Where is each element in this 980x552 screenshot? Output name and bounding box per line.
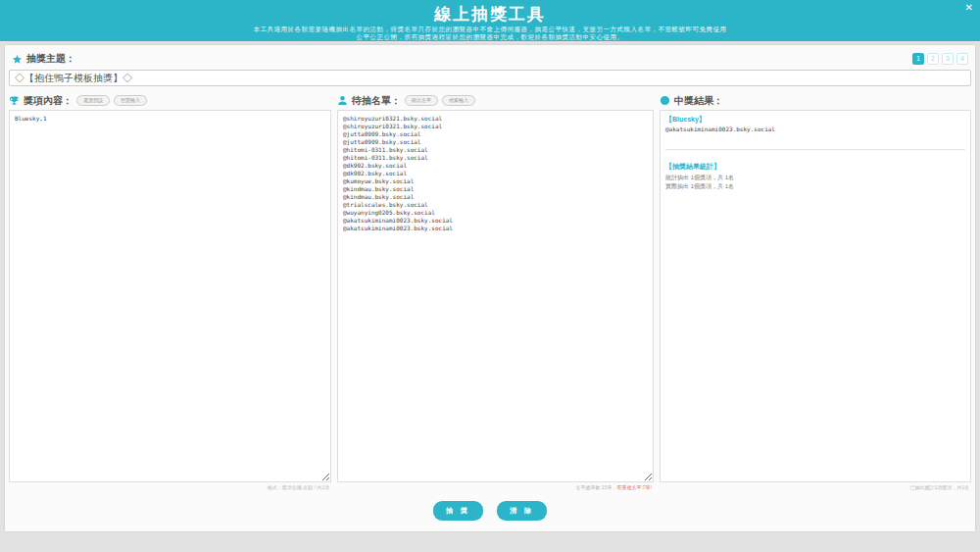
pool-header: 待抽名單： 顯示名單 檔案輸入 [337, 93, 654, 108]
prizes-column: 獎項內容： 還原預設 智慧輸入 Bluesky,1 格式：獎項名稱,名額 / 共… [9, 93, 331, 492]
theme-tabs: 1 2 3 4 [912, 53, 968, 65]
prizes-status: 格式：獎項名稱,名額 / 共1項 [9, 482, 331, 492]
result-winner: @akatsukiminami0023.bsky.social [665, 125, 965, 133]
info-icon [660, 95, 670, 106]
results-box: 【Bluesky】 @akatsukiminami0023.bsky.socia… [660, 110, 971, 482]
results-summary-line-1: 統計抽出 1個獎項，共 1名 [665, 174, 965, 182]
pool-label: 待抽名單： [352, 94, 401, 108]
clear-button[interactable]: 清 除 [497, 501, 547, 521]
page-title: 線上抽獎工具 [0, 0, 980, 25]
theme-label-group: 抽獎主題： [12, 52, 75, 66]
app-header: 線上抽獎工具 本工具適用於各類需要隨機抽出名單的活動，得獎名單只存於您的瀏覽器中… [0, 0, 980, 41]
star-icon [12, 54, 23, 65]
theme-input[interactable] [9, 70, 971, 86]
theme-row: 抽獎主題： 1 2 3 4 [9, 52, 971, 70]
prizes-reset-button[interactable]: 還原預設 [76, 95, 110, 106]
tab-theme-3[interactable]: 3 [942, 53, 954, 65]
prizes-header: 獎項內容： 還原預設 智慧輸入 [9, 93, 331, 108]
results-status: 已抽出總計1項獎項，共1名 [660, 482, 971, 492]
results-divider [665, 149, 965, 150]
theme-label: 抽獎主題： [26, 52, 75, 66]
results-summary-line-2: 實際抽出 1個獎項，共 1名 [665, 182, 965, 191]
close-icon[interactable]: ✕ [965, 3, 973, 13]
results-label: 中獎結果： [674, 94, 723, 108]
header-description-line1: 本工具適用於各類需要隨機抽出名單的活動，得獎名單只存於您的瀏覽器中不會上傳伺服器… [0, 25, 980, 33]
pool-show-list-button[interactable]: 顯示名單 [405, 95, 438, 106]
person-icon [337, 95, 348, 106]
pool-status: 名單總筆數:15筆，有重複名單:7筆! [337, 482, 654, 492]
result-prize-title: 【Bluesky】 [665, 115, 965, 125]
pool-status-duplicates: 有重複名單:7筆! [616, 484, 652, 490]
pool-column: 待抽名單： 顯示名單 檔案輸入 @shiroyuzuri0321.bsky.so… [337, 93, 654, 492]
trophy-icon [9, 95, 20, 106]
main-panel: 抽獎主題： 1 2 3 4 獎項內容： 還原預設 智慧輸入 Bluesky,1 … [5, 45, 975, 531]
header-description-line2: 公平公正公開，所有抽獎過程皆於您的瀏覽器中完成，歡迎於各類抽獎活動中安心使用。 [0, 33, 980, 41]
prizes-smart-input-button[interactable]: 智慧輸入 [114, 95, 147, 106]
prizes-textarea[interactable]: Bluesky,1 [9, 110, 331, 482]
results-summary-title: 【抽獎結果統計】 [665, 162, 965, 172]
pool-textarea[interactable]: @shiroyuzuri0321.bsky.social @shiroyuzur… [337, 110, 654, 482]
tab-theme-1[interactable]: 1 [912, 53, 924, 65]
results-header: 中獎結果： [660, 93, 971, 108]
prizes-label: 獎項內容： [24, 94, 73, 108]
draw-button[interactable]: 抽 獎 [433, 501, 483, 521]
results-column: 中獎結果： 【Bluesky】 @akatsukiminami0023.bsky… [660, 93, 971, 492]
columns: 獎項內容： 還原預設 智慧輸入 Bluesky,1 格式：獎項名稱,名額 / 共… [9, 93, 971, 492]
pool-status-count: 名單總筆數:15筆， [575, 484, 616, 490]
tab-theme-4[interactable]: 4 [956, 53, 968, 65]
pool-file-input-button[interactable]: 檔案輸入 [442, 95, 475, 106]
tab-theme-2[interactable]: 2 [927, 53, 939, 65]
footer-actions: 抽 獎 清 除 [9, 492, 971, 527]
